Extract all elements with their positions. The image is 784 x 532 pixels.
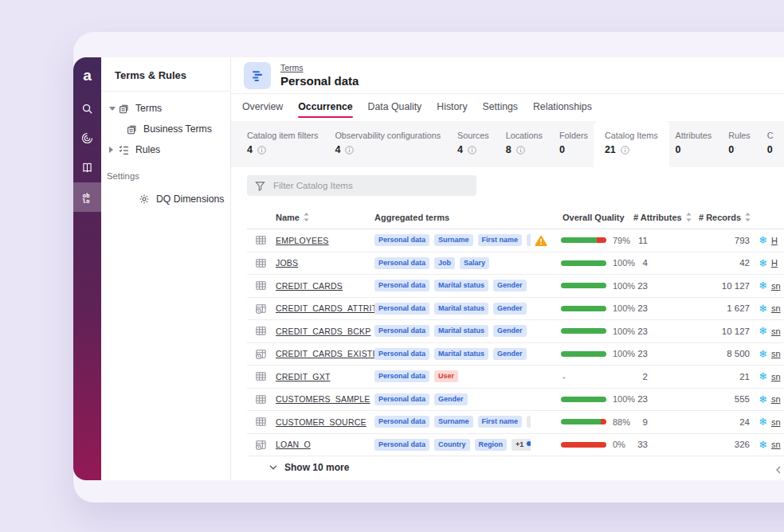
term-tag[interactable]: Personal data	[374, 370, 429, 382]
tab-overview[interactable]: Overview	[242, 101, 283, 118]
source-link[interactable]: H	[771, 258, 778, 268]
term-tag[interactable]: Personal data	[374, 416, 429, 428]
term-tag[interactable]: Personal data	[374, 393, 429, 405]
tree-item-terms[interactable]: Terms	[101, 98, 230, 119]
term-tag[interactable]: Personal data	[374, 348, 429, 360]
table-row[interactable]: CREDIT_CARDSPersonal dataMarital statusG…	[247, 275, 784, 298]
catalog-item-link[interactable]: CUSTOMER_SOURCE	[276, 417, 374, 427]
term-tag[interactable]: Region	[475, 439, 508, 451]
column-header-name[interactable]: Name	[276, 213, 374, 222]
term-tag[interactable]: Marital status	[434, 348, 488, 360]
catalog-item-link[interactable]: CREDIT_CARDS	[276, 281, 374, 291]
catalog-item-link[interactable]: LOAN_O	[276, 440, 374, 449]
term-tag[interactable]: Job	[434, 257, 455, 269]
filter-box[interactable]	[247, 175, 476, 196]
stat-observability-configurations[interactable]: Observability configurations4	[335, 121, 451, 167]
catalog-item-link[interactable]: CREDIT_CARDS_EXISTING	[276, 349, 374, 358]
settings-item-dq-dimensions[interactable]: DQ Dimensions	[101, 189, 230, 209]
table-row[interactable]: EMPLOYEESPersonal dataSurnameFirst nameE…	[247, 229, 784, 252]
table-row[interactable]: JOBSPersonal dataJobSalary100%442❄H	[247, 252, 784, 276]
filter-input[interactable]	[272, 180, 468, 191]
rail-item-catalog[interactable]	[73, 153, 101, 182]
caret-right-icon[interactable]	[109, 147, 118, 153]
info-icon[interactable]	[516, 146, 525, 155]
info-icon[interactable]	[257, 146, 266, 155]
term-tag[interactable]: Gender	[434, 393, 468, 405]
tab-relationships[interactable]: Relationships	[533, 101, 592, 118]
table-row[interactable]: CUSTOMERS_SAMPLEPersonal dataGender100%2…	[247, 389, 784, 412]
term-tag[interactable]: Surname	[434, 416, 473, 428]
term-tag[interactable]: Marital status	[434, 325, 488, 337]
source-link[interactable]: sn	[771, 281, 781, 291]
breadcrumb[interactable]: Terms	[280, 63, 359, 72]
catalog-item-link[interactable]: EMPLOYEES	[276, 236, 374, 245]
column-header-attributes[interactable]: # Attributes	[633, 213, 684, 222]
stat-c[interactable]: C0	[767, 121, 784, 167]
source-link[interactable]: sn	[771, 417, 781, 427]
stat-sources[interactable]: Sources4	[457, 121, 500, 167]
term-tag[interactable]: First name	[478, 416, 523, 428]
term-tag[interactable]: Personal data	[374, 257, 429, 269]
term-tag[interactable]: Country	[434, 439, 470, 451]
sort-icon[interactable]	[304, 213, 309, 221]
term-tag[interactable]: First name	[478, 234, 523, 246]
table-row[interactable]: CREDIT_GXTPersonal dataUser-221❄sn	[247, 366, 784, 389]
source-link[interactable]: sn	[771, 303, 781, 313]
catalog-item-link[interactable]: CUSTOMERS_SAMPLE	[276, 394, 374, 404]
warning-icon[interactable]	[535, 235, 547, 246]
source-link[interactable]: sn	[771, 394, 781, 404]
table-row[interactable]: CUSTOMER_SOURCEPersonal dataSurnameFirst…	[247, 411, 784, 434]
table-row[interactable]: CREDIT_CARDS_ATTRITEDPersonal dataMarita…	[247, 298, 784, 321]
term-tag[interactable]: Gender	[493, 280, 527, 291]
source-link[interactable]: sn	[771, 440, 781, 449]
info-icon[interactable]	[345, 146, 354, 155]
stat-rules[interactable]: Rules0	[728, 121, 761, 167]
catalog-item-link[interactable]: CREDIT_GXT	[276, 372, 374, 381]
term-tag[interactable]: Marital status	[434, 303, 488, 315]
rail-item-glossary[interactable]: oblo	[73, 182, 101, 212]
source-link[interactable]: H	[771, 236, 778, 245]
term-tag[interactable]: Gender	[493, 303, 527, 315]
term-tag[interactable]: Marital status	[434, 280, 488, 291]
tab-occurrence[interactable]: Occurrence	[298, 101, 352, 118]
show-more-button[interactable]: Show 10 more	[247, 456, 784, 479]
source-link[interactable]: sn	[771, 349, 781, 358]
catalog-item-link[interactable]: CREDIT_CARDS_ATTRITED	[276, 303, 374, 313]
brand-logo[interactable]: a	[83, 67, 92, 84]
info-icon[interactable]	[468, 146, 476, 155]
term-tag[interactable]: Personal data	[374, 303, 429, 315]
stat-catalog-item-filters[interactable]: Catalog item filters4	[247, 121, 328, 167]
stat-folders[interactable]: Folders0	[559, 121, 598, 167]
tree-item-business-terms[interactable]: Business Terms	[101, 119, 230, 139]
table-row[interactable]: CREDIT_CARDS_BCKPPersonal dataMarital st…	[247, 320, 784, 343]
term-tag[interactable]: +1	[512, 439, 531, 451]
table-row[interactable]: LOAN_OPersonal dataCountryRegion+10%3332…	[247, 434, 784, 457]
term-tag[interactable]: Surname	[434, 234, 473, 246]
rail-item-profiling[interactable]	[73, 123, 101, 153]
source-link[interactable]: sn	[771, 372, 781, 381]
term-tag[interactable]: Gender	[493, 348, 527, 360]
stat-locations[interactable]: Locations8	[506, 121, 553, 167]
term-tag[interactable]: Personal data	[374, 234, 429, 246]
caret-down-icon[interactable]	[109, 107, 118, 111]
column-header-records[interactable]: # Records	[684, 213, 754, 222]
stat-attributes[interactable]: Attributes0	[676, 121, 723, 167]
catalog-item-link[interactable]: CREDIT_CARDS_BCKP	[276, 327, 374, 336]
tree-item-rules[interactable]: Rules	[101, 139, 230, 160]
rail-item-search[interactable]	[73, 94, 101, 123]
info-icon[interactable]	[621, 146, 629, 155]
term-tag[interactable]: User	[434, 370, 458, 382]
term-tag[interactable]: +2	[527, 416, 531, 428]
sort-icon[interactable]	[745, 213, 751, 221]
term-tag[interactable]: Personal data	[374, 280, 429, 291]
source-link[interactable]: sn	[771, 327, 781, 336]
term-tag[interactable]: Personal data	[374, 325, 429, 337]
stat-catalog-items[interactable]: Catalog Items21	[594, 121, 669, 167]
term-tag[interactable]: Personal data	[374, 439, 429, 451]
term-tag[interactable]: Salary	[460, 257, 489, 269]
table-row[interactable]: CREDIT_CARDS_EXISTINGPersonal dataMarita…	[247, 343, 784, 366]
term-tag[interactable]: Gender	[493, 325, 527, 337]
tab-data-quality[interactable]: Data Quality	[368, 101, 422, 118]
scroll-left-icon[interactable]	[776, 466, 781, 474]
tab-settings[interactable]: Settings	[483, 101, 518, 118]
